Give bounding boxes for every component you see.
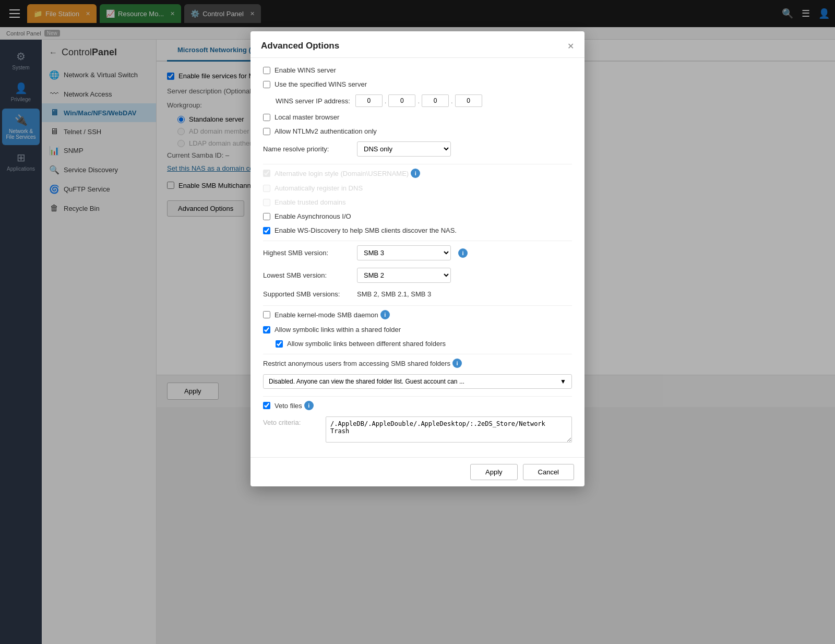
enable-wins-row: Enable WINS server	[263, 66, 572, 74]
supported-smb-row: Supported SMB versions: SMB 2, SMB 2.1, …	[263, 290, 572, 298]
wins-ip-3[interactable]	[422, 94, 449, 107]
advanced-options-modal: Advanced Options ✕ Enable WINS server Us…	[250, 31, 584, 486]
wins-ip-fields: . . .	[355, 94, 482, 107]
ntlmv2-row: Allow NTLMv2 authentication only	[263, 127, 572, 135]
auto-register-dns-label: Automatically register in DNS	[263, 184, 363, 192]
restrict-anon-dropdown-value: Disabled. Anyone can view the shared fol…	[269, 378, 464, 385]
local-master-text: Local master browser	[275, 113, 339, 121]
modal-title: Advanced Options	[261, 41, 339, 51]
use-wins-checkbox[interactable]	[263, 81, 270, 88]
modal-close-button[interactable]: ✕	[567, 41, 574, 51]
alt-login-row: Alternative login style (Domain\USERNAME…	[263, 169, 572, 178]
use-wins-row: Use the specified WINS server	[263, 80, 572, 88]
veto-files-row: Veto files i	[263, 401, 572, 410]
ip-sep-1: .	[385, 97, 387, 105]
wins-ip-label: WINS server IP address:	[276, 97, 350, 105]
modal-footer: Apply Cancel	[250, 457, 584, 486]
veto-files-info-icon[interactable]: i	[304, 401, 314, 410]
local-master-checkbox[interactable]	[263, 114, 270, 121]
async-io-checkbox[interactable]	[263, 213, 270, 220]
auto-register-dns-row: Automatically register in DNS	[263, 184, 572, 192]
modal-cancel-button[interactable]: Cancel	[523, 464, 574, 480]
supported-smb-value: SMB 2, SMB 2.1, SMB 3	[357, 290, 431, 298]
enable-wins-checkbox[interactable]	[263, 67, 270, 74]
veto-files-text: Veto files	[275, 402, 302, 410]
supported-smb-label: Supported SMB versions:	[263, 290, 352, 298]
trusted-domains-checkbox	[263, 199, 270, 206]
symbolic-links-shared-checkbox[interactable]	[263, 326, 270, 333]
wins-ip-1[interactable]	[355, 94, 383, 107]
symbolic-links-diff-label[interactable]: Allow symbolic links between different s…	[276, 340, 446, 348]
veto-criteria-label: Veto criteria:	[263, 416, 320, 426]
restrict-anon-dropdown-row: Disabled. Anyone can view the shared fol…	[263, 374, 572, 389]
async-io-label[interactable]: Enable Asynchronous I/O	[263, 212, 351, 220]
symbolic-links-shared-row: Allow symbolic links within a shared fol…	[263, 326, 572, 333]
veto-files-checkbox[interactable]	[263, 402, 270, 409]
highest-smb-label: Highest SMB version:	[263, 249, 352, 257]
alt-login-info-icon[interactable]: i	[411, 169, 420, 178]
kernel-smb-row: Enable kernel-mode SMB daemon i	[263, 310, 572, 319]
kernel-smb-info-icon[interactable]: i	[380, 310, 390, 319]
kernel-smb-label[interactable]: Enable kernel-mode SMB daemon	[263, 311, 378, 319]
ntlmv2-label[interactable]: Allow NTLMv2 authentication only	[263, 127, 377, 135]
alt-login-label: Alternative login style (Domain\USERNAME…	[263, 170, 409, 177]
highest-smb-row: Highest SMB version: SMB 3 SMB 2.1 SMB 2…	[263, 245, 572, 260]
restrict-anon-dropdown-arrow: ▼	[560, 378, 566, 385]
lowest-smb-select[interactable]: SMB 3 SMB 2.1 SMB 2	[357, 268, 451, 283]
use-wins-text: Use the specified WINS server	[275, 80, 367, 88]
veto-criteria-textarea[interactable]: /.AppleDB/.AppleDouble/.AppleDesktop/:.2…	[326, 416, 572, 443]
veto-criteria-row: Veto criteria: /.AppleDB/.AppleDouble/.A…	[263, 416, 572, 443]
restrict-anon-row: Restrict anonymous users from accessing …	[263, 359, 572, 368]
veto-files-label[interactable]: Veto files	[263, 402, 302, 410]
alt-login-checkbox	[263, 170, 270, 177]
name-resolve-row: Name resolve priority: DNS only WINS fir…	[263, 141, 572, 157]
enable-wins-label[interactable]: Enable WINS server	[263, 66, 336, 74]
symbolic-links-diff-row: Allow symbolic links between different s…	[276, 340, 572, 348]
auto-register-dns-checkbox	[263, 185, 270, 192]
symbolic-links-diff-text: Allow symbolic links between different s…	[287, 340, 446, 348]
ip-sep-3: .	[451, 97, 453, 105]
async-io-row: Enable Asynchronous I/O	[263, 212, 572, 220]
lowest-smb-row: Lowest SMB version: SMB 3 SMB 2.1 SMB 2	[263, 268, 572, 283]
ws-discovery-row: Enable WS-Discovery to help SMB clients …	[263, 226, 572, 234]
symbolic-links-shared-text: Allow symbolic links within a shared fol…	[275, 326, 401, 333]
kernel-smb-text: Enable kernel-mode SMB daemon	[275, 311, 378, 319]
trusted-domains-row: Enable trusted domains	[263, 198, 572, 206]
modal-header: Advanced Options ✕	[250, 31, 584, 58]
trusted-domains-text: Enable trusted domains	[275, 198, 346, 206]
restrict-anon-label: Restrict anonymous users from accessing …	[263, 360, 450, 367]
wins-ip-2[interactable]	[388, 94, 415, 107]
enable-wins-text: Enable WINS server	[275, 66, 336, 74]
local-master-label[interactable]: Local master browser	[263, 113, 339, 121]
wins-ip-row: WINS server IP address: . . .	[276, 94, 572, 107]
ws-discovery-checkbox[interactable]	[263, 227, 270, 234]
async-io-text: Enable Asynchronous I/O	[275, 212, 351, 220]
ntlmv2-checkbox[interactable]	[263, 128, 270, 135]
lowest-smb-label: Lowest SMB version:	[263, 271, 352, 279]
local-master-row: Local master browser	[263, 113, 572, 121]
symbolic-links-shared-label[interactable]: Allow symbolic links within a shared fol…	[263, 326, 401, 333]
modal-body: Enable WINS server Use the specified WIN…	[250, 58, 584, 457]
restrict-anon-info-icon[interactable]: i	[452, 359, 462, 368]
use-wins-label[interactable]: Use the specified WINS server	[263, 80, 367, 88]
ntlmv2-text: Allow NTLMv2 authentication only	[275, 127, 377, 135]
modal-overlay: Advanced Options ✕ Enable WINS server Us…	[0, 0, 835, 644]
modal-apply-button[interactable]: Apply	[470, 464, 518, 480]
highest-smb-info-icon[interactable]: i	[458, 248, 468, 258]
alt-login-text: Alternative login style (Domain\USERNAME…	[275, 170, 409, 177]
wins-ip-4[interactable]	[455, 94, 482, 107]
restrict-anon-dropdown[interactable]: Disabled. Anyone can view the shared fol…	[263, 374, 572, 389]
auto-register-dns-text: Automatically register in DNS	[275, 184, 363, 192]
ws-discovery-text: Enable WS-Discovery to help SMB clients …	[275, 226, 457, 234]
name-resolve-label: Name resolve priority:	[263, 145, 352, 153]
ip-sep-2: .	[418, 97, 420, 105]
ws-discovery-label[interactable]: Enable WS-Discovery to help SMB clients …	[263, 226, 457, 234]
highest-smb-select[interactable]: SMB 3 SMB 2.1 SMB 2	[357, 245, 451, 260]
kernel-smb-checkbox[interactable]	[263, 311, 270, 318]
name-resolve-select[interactable]: DNS only WINS first DNS first	[357, 141, 451, 157]
symbolic-links-diff-checkbox[interactable]	[276, 340, 283, 348]
trusted-domains-label: Enable trusted domains	[263, 198, 346, 206]
